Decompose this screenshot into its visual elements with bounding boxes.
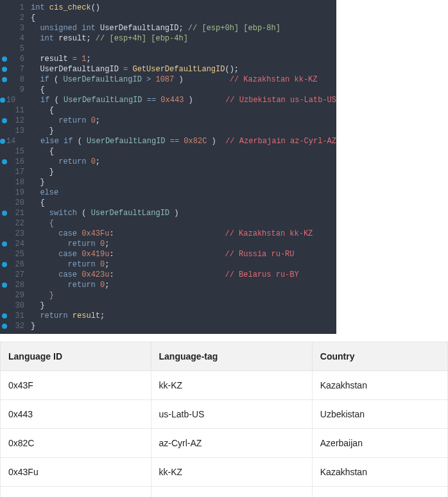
code-text: }	[31, 126, 336, 136]
breakpoint-gutter[interactable]	[0, 324, 9, 329]
code-line: 21 switch ( UserDefaultLangID )	[0, 208, 336, 218]
code-text: case 0x43Fu: // Kazakhstan kk-KZ	[31, 229, 336, 239]
code-text: return 0;	[31, 280, 336, 290]
breakpoint-icon	[0, 139, 5, 144]
line-number: 32	[9, 321, 31, 331]
code-text: {	[31, 198, 336, 208]
line-number: 29	[9, 290, 31, 301]
language-id-table: Language ID Language-tag Country 0x43Fkk…	[0, 342, 448, 497]
decompiled-code-view: 1int cis_check()2{3 unsigned int UserDef…	[0, 0, 336, 334]
code-line: 19 else	[0, 187, 336, 198]
breakpoint-gutter[interactable]	[0, 98, 6, 103]
code-text: {	[31, 218, 336, 229]
code-text: UserDefaultLangID = GetUserDefaultLangID…	[31, 64, 336, 74]
breakpoint-gutter[interactable]	[0, 159, 9, 164]
breakpoint-gutter[interactable]	[0, 77, 9, 82]
cell-country: Azerbaijan	[312, 429, 447, 458]
cell-country: Uzbekistan	[312, 400, 447, 429]
code-text: switch ( UserDefaultLangID )	[31, 208, 336, 218]
cell-language-tag: kk-KZ	[151, 458, 312, 487]
code-line: 15 {	[0, 146, 336, 157]
table-header-row: Language ID Language-tag Country	[1, 342, 448, 371]
breakpoint-gutter[interactable]	[0, 283, 9, 288]
code-line: 17 }	[0, 167, 336, 177]
code-text: }	[31, 177, 336, 187]
breakpoint-gutter[interactable]	[0, 241, 9, 247]
code-text: else	[31, 187, 336, 198]
table-row: 0x419uru-RURussia	[1, 487, 448, 498]
line-number: 11	[9, 105, 31, 116]
code-text: if ( UserDefaultLangID == 0x443 ) // Uzb…	[22, 95, 336, 105]
code-text: else if ( UserDefaultLangID == 0x82C ) /…	[22, 136, 336, 146]
cell-language-id: 0x443	[1, 400, 151, 429]
table-row: 0x443us-Latb-USUzbekistan	[1, 400, 448, 429]
line-number: 6	[9, 54, 31, 64]
line-number: 20	[9, 198, 31, 208]
line-number: 10	[6, 95, 22, 105]
code-line: 22 {	[0, 218, 336, 229]
code-line: 31 return result;	[0, 311, 336, 321]
cell-country: Russia	[312, 487, 447, 498]
breakpoint-gutter[interactable]	[0, 67, 9, 72]
cell-language-id: 0x82C	[1, 429, 151, 458]
line-number: 4	[9, 33, 31, 44]
breakpoint-gutter[interactable]	[0, 262, 9, 267]
cell-language-tag: az-Cyrl-AZ	[151, 429, 312, 458]
breakpoint-gutter[interactable]	[0, 57, 9, 62]
cell-language-tag: ru-RU	[151, 487, 312, 498]
code-text: }	[31, 167, 336, 177]
code-line: 30 }	[0, 301, 336, 311]
cell-language-id: 0x43Fu	[1, 458, 151, 487]
breakpoint-icon	[2, 77, 7, 82]
breakpoint-icon	[2, 211, 7, 216]
code-text: if ( UserDefaultLangID > 1087 ) // Kazak…	[31, 74, 336, 85]
table-row: 0x82Caz-Cyrl-AZAzerbaijan	[1, 429, 448, 458]
line-number: 28	[9, 280, 31, 290]
code-line: 6 result = 1;	[0, 54, 336, 64]
code-line: 3 unsigned int UserDefaultLangID; // [es…	[0, 23, 336, 33]
breakpoint-gutter[interactable]	[0, 118, 9, 123]
cell-language-tag: us-Latb-US	[151, 400, 312, 429]
cell-language-id: 0x43F	[1, 371, 151, 400]
code-text: {	[31, 13, 336, 23]
line-number: 16	[9, 157, 31, 167]
code-text: return 0;	[31, 116, 336, 126]
code-line: 14 else if ( UserDefaultLangID == 0x82C …	[0, 136, 336, 146]
breakpoint-icon	[2, 283, 7, 288]
line-number: 30	[9, 301, 31, 311]
code-line: 26 return 0;	[0, 259, 336, 270]
code-text: int result; // [esp+4h] [ebp-4h]	[31, 33, 336, 44]
breakpoint-icon	[0, 98, 5, 103]
line-number: 13	[9, 126, 31, 136]
code-text: }	[31, 290, 336, 301]
col-language-id: Language ID	[1, 342, 151, 371]
code-line: 2{	[0, 13, 336, 23]
line-number: 17	[9, 167, 31, 177]
line-number: 25	[9, 249, 31, 259]
breakpoint-icon	[2, 262, 7, 267]
line-number: 8	[9, 74, 31, 85]
table-row: 0x43Fkk-KZKazakhstan	[1, 371, 448, 400]
col-country: Country	[312, 342, 447, 371]
line-number: 9	[9, 85, 31, 95]
breakpoint-gutter[interactable]	[0, 139, 6, 144]
code-text: }	[31, 321, 336, 331]
code-text: return result;	[31, 311, 336, 321]
code-line: 29 }	[0, 290, 336, 301]
code-text: unsigned int UserDefaultLangID; // [esp+…	[31, 23, 336, 33]
code-text: return 0;	[31, 157, 336, 167]
code-text: case 0x423u: // Belarus ru-BY	[31, 270, 336, 280]
breakpoint-gutter[interactable]	[0, 211, 9, 216]
breakpoint-icon	[2, 159, 7, 164]
code-line: 11 {	[0, 105, 336, 116]
code-line: 28 return 0;	[0, 280, 336, 290]
code-line: 5	[0, 44, 336, 54]
breakpoint-gutter[interactable]	[0, 313, 9, 318]
line-number: 3	[9, 23, 31, 33]
code-line: 20 {	[0, 198, 336, 208]
table-row: 0x43Fukk-KZKazakhstan	[1, 458, 448, 487]
code-line: 10 if ( UserDefaultLangID == 0x443 ) // …	[0, 95, 336, 105]
line-number: 19	[9, 187, 31, 198]
code-line: 8 if ( UserDefaultLangID > 1087 ) // Kaz…	[0, 74, 336, 85]
code-line: 7 UserDefaultLangID = GetUserDefaultLang…	[0, 64, 336, 74]
